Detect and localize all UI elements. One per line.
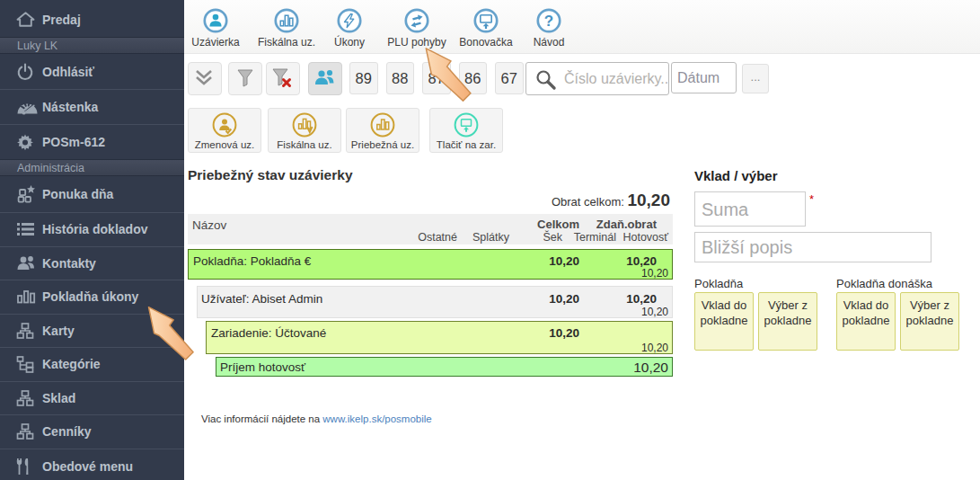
svg-text:?: ? [544,13,553,30]
